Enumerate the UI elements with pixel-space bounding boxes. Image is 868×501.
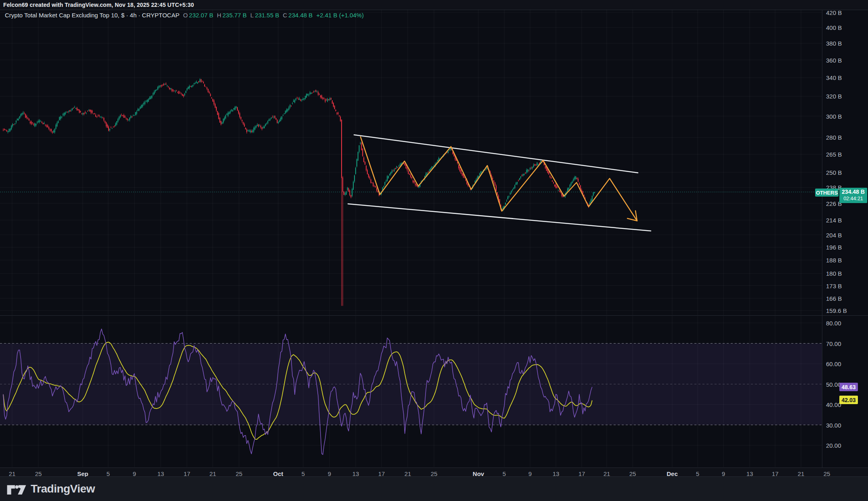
- indicator-axis-label: 50.00: [826, 381, 841, 388]
- indicator-axis-label: 60.00: [826, 361, 841, 367]
- time-axis-label: 17: [184, 470, 191, 477]
- price-axis-label: 420 B: [826, 9, 842, 16]
- indicator-axis-label: 70.00: [826, 340, 841, 347]
- time-axis-label: 13: [746, 470, 753, 477]
- time-axis-label: 13: [553, 470, 560, 477]
- tradingview-logo-icon: [6, 481, 27, 497]
- time-axis-label: 25: [824, 470, 830, 477]
- price-axis-label: 380 B: [826, 40, 842, 47]
- time-axis-label: 21: [798, 470, 805, 477]
- time-axis-label: Oct: [273, 470, 283, 477]
- close-value: 234.48 B: [288, 12, 312, 19]
- time-axis-label: Sep: [77, 470, 88, 477]
- price-axis-label: 360 B: [826, 57, 842, 63]
- price-axis-label: 280 B: [826, 134, 842, 141]
- price-axis-separator: [822, 10, 822, 476]
- tradingview-chart-page: { "header": { "attribution": "Felcon69 c…: [0, 0, 868, 501]
- time-axis-label: 17: [378, 470, 385, 477]
- price-axis-label: 188 B: [826, 257, 842, 264]
- price-axis-label: 250 B: [826, 169, 842, 176]
- indicator-axis-label: 40.00: [826, 401, 841, 408]
- symbol-title[interactable]: Crypto Total Market Cap Excluding Top 10…: [5, 12, 179, 19]
- price-axis-label: 166 B: [826, 295, 842, 302]
- time-axis-label: 17: [579, 470, 585, 477]
- time-axis-label: 21: [210, 470, 216, 477]
- time-axis-label: 5: [503, 470, 506, 477]
- time-axis-label: 5: [302, 470, 305, 477]
- price-axis-label: 265 B: [826, 151, 842, 158]
- low-value: 231.55 B: [255, 12, 279, 19]
- high-label: H: [217, 12, 221, 19]
- symbol-tag-text: OTHERS: [816, 190, 838, 196]
- price-axis-label: 173 B: [826, 282, 842, 289]
- price-axis-label: 400 B: [826, 24, 842, 31]
- time-axis-label: 9: [722, 470, 725, 477]
- open-label: O: [183, 12, 188, 19]
- price-axis-label: 159.6 B: [826, 307, 847, 314]
- indicator-axis-label: 30.00: [826, 421, 841, 428]
- price-axis-label: 300 B: [826, 113, 842, 119]
- time-axis-label: 9: [328, 470, 331, 477]
- bar-countdown-text: 02:44:21: [843, 196, 863, 202]
- low-label: L: [250, 12, 254, 19]
- change-value: +2.41 B (+1.04%): [316, 12, 364, 19]
- current-price-badge[interactable]: 234.48 B 02:44:21: [839, 188, 867, 203]
- rsi-ma-value-text: 42.03: [841, 397, 855, 403]
- symbol-tag-badge[interactable]: OTHERS: [815, 189, 839, 197]
- pane-separator[interactable]: [0, 315, 868, 316]
- current-price-text: 234.48 B: [842, 189, 865, 196]
- rsi-value-text: 48.63: [841, 384, 855, 390]
- close-label: C: [283, 12, 287, 19]
- high-value: 235.77 B: [222, 12, 247, 19]
- price-axis-label: 340 B: [826, 74, 842, 81]
- symbol-legend[interactable]: Crypto Total Market Cap Excluding Top 10…: [5, 12, 364, 19]
- indicator-axis-label: 80.00: [826, 320, 841, 327]
- time-axis-label: 25: [35, 470, 42, 477]
- price-axis-label: 196 B: [826, 244, 842, 251]
- indicator-axis-label: 20.00: [826, 442, 841, 449]
- price-axis-label: 320 B: [826, 93, 842, 100]
- time-axis-label: 13: [352, 470, 359, 477]
- footer-bar: TradingView: [0, 477, 868, 501]
- time-axis-label: 17: [772, 470, 779, 477]
- time-axis-label: 21: [405, 470, 411, 477]
- time-axis-label: 21: [9, 470, 16, 477]
- rsi-value-badge: 48.63: [839, 383, 858, 391]
- time-axis-label: 25: [431, 470, 438, 477]
- tradingview-logo[interactable]: TradingView: [6, 481, 95, 497]
- price-axis-label: 180 B: [826, 270, 842, 277]
- chart-canvas[interactable]: [0, 0, 868, 501]
- open-value: 232.07 B: [189, 12, 213, 19]
- time-axis-label: 25: [236, 470, 243, 477]
- time-axis-label: 13: [157, 470, 164, 477]
- time-axis-label: 5: [696, 470, 699, 477]
- price-axis-label: 204 B: [826, 231, 842, 238]
- time-axis-label: Nov: [473, 470, 484, 477]
- time-axis-label: Dec: [667, 470, 678, 477]
- price-axis-label: 214 B: [826, 217, 842, 224]
- time-axis-label: 21: [604, 470, 610, 477]
- rsi-ma-value-badge: 42.03: [839, 396, 858, 404]
- tradingview-wordmark: TradingView: [31, 482, 95, 495]
- time-axis-label: 9: [528, 470, 532, 477]
- time-axis-label: 9: [133, 470, 136, 477]
- time-axis-label: 25: [629, 470, 636, 477]
- time-axis-label: 5: [107, 470, 110, 477]
